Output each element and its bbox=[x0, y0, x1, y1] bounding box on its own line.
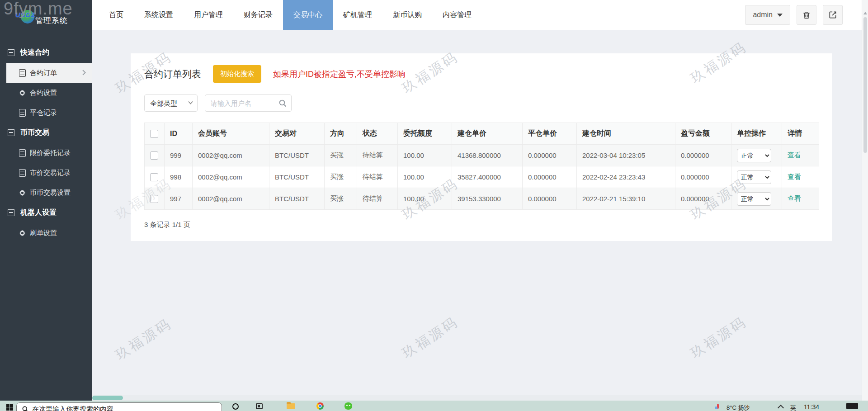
cell-account: 0002@qq.com bbox=[193, 145, 269, 166]
cell-open-time: 2022-03-04 10:23:05 bbox=[577, 145, 675, 166]
init-search-button[interactable]: 初始化搜索 bbox=[213, 65, 261, 83]
col-header-open-time: 建仓时间 bbox=[577, 123, 675, 145]
cell-direction: 买涨 bbox=[325, 166, 357, 188]
table-header-row: ID 会员账号 交易对 方向 状态 委托额度 建仓单价 平仓单价 建仓时间 盈亏… bbox=[145, 123, 819, 145]
control-select[interactable]: 正常 bbox=[737, 149, 771, 162]
cell-direction: 买涨 bbox=[325, 145, 357, 166]
taskbar-search-box[interactable]: 在这里输入你要搜索的内容 bbox=[16, 402, 222, 411]
orders-table: ID 会员账号 交易对 方向 状态 委托额度 建仓单价 平仓单价 建仓时间 盈亏… bbox=[144, 123, 819, 210]
sidebar: 快速合约 合约订单 合约设置 平仓记录 币币交易 限价委托记录 市价交易记录 bbox=[0, 30, 92, 401]
cell-pair: BTC/USDT bbox=[269, 188, 325, 210]
cortana-icon[interactable] bbox=[232, 403, 239, 410]
sidebar-section-title-robot-settings[interactable]: 机器人设置 bbox=[0, 203, 92, 223]
header-controls: admin bbox=[745, 5, 843, 25]
username-input[interactable] bbox=[205, 99, 279, 107]
col-header-close-price: 平仓单价 bbox=[523, 123, 577, 145]
sidebar-item-limit-order-records[interactable]: 限价委托记录 bbox=[0, 143, 92, 163]
tray-language-indicator[interactable]: 英 bbox=[790, 404, 796, 411]
page-title: 合约订单列表 bbox=[144, 68, 201, 80]
vertical-scrollbar[interactable] bbox=[862, 0, 868, 401]
list-icon bbox=[19, 109, 26, 117]
clear-cache-button[interactable] bbox=[797, 5, 816, 25]
cell-direction: 买涨 bbox=[325, 188, 357, 210]
site-watermark: 9fym.me bbox=[4, 0, 73, 19]
select-all-checkbox[interactable] bbox=[150, 130, 158, 138]
scroll-up-arrow-icon[interactable] bbox=[863, 12, 867, 14]
cell-pnl: 0.000000 bbox=[675, 166, 731, 188]
cell-pair: BTC/USDT bbox=[269, 145, 325, 166]
caret-down-icon bbox=[777, 14, 783, 17]
col-header-amount: 委托额度 bbox=[398, 123, 452, 145]
windows-taskbar: 在这里输入你要搜索的内容 8°C 扬沙 英 11:34 bbox=[0, 401, 868, 411]
sidebar-item-label: 限价委托记录 bbox=[30, 149, 71, 157]
row-checkbox[interactable] bbox=[150, 195, 158, 203]
control-select[interactable]: 正常 bbox=[737, 192, 771, 206]
tray-weather-text[interactable]: 8°C 扬沙 bbox=[726, 404, 750, 411]
sidebar-item-label: 市价交易记录 bbox=[30, 169, 71, 177]
nav-item-user-management[interactable]: 用户管理 bbox=[184, 0, 233, 30]
card-header: 合约订单列表 初始化搜索 如果用户ID被指定盈亏,不受单控影响 bbox=[144, 65, 819, 83]
wechat-icon[interactable] bbox=[344, 402, 352, 410]
cell-open-price: 41368.800000 bbox=[452, 145, 523, 166]
horizontal-scrollbar[interactable] bbox=[92, 395, 862, 401]
col-header-detail: 详情 bbox=[782, 123, 819, 145]
cell-pair: BTC/USDT bbox=[269, 166, 325, 188]
file-explorer-icon[interactable] bbox=[287, 403, 295, 409]
filter-row: 全部类型 bbox=[144, 94, 819, 112]
sidebar-section-title-coin-trade[interactable]: 币币交易 bbox=[0, 123, 92, 143]
cell-status: 待结算 bbox=[357, 166, 398, 188]
sidebar-item-market-trade-records[interactable]: 市价交易记录 bbox=[0, 163, 92, 183]
collapse-icon bbox=[8, 49, 14, 56]
col-header-pair: 交易对 bbox=[269, 123, 325, 145]
orders-card: 合约订单列表 初始化搜索 如果用户ID被指定盈亏,不受单控影响 全部类型 bbox=[131, 53, 832, 241]
logout-button[interactable] bbox=[823, 5, 843, 25]
sidebar-item-label: 合约订单 bbox=[30, 69, 57, 77]
type-select[interactable]: 全部类型 bbox=[144, 94, 198, 112]
task-view-icon[interactable] bbox=[256, 403, 263, 409]
nav-item-system-settings[interactable]: 系统设置 bbox=[134, 0, 184, 30]
col-header-direction: 方向 bbox=[325, 123, 357, 145]
view-detail-link[interactable]: 查看 bbox=[788, 173, 801, 180]
gear-icon bbox=[19, 90, 26, 96]
row-checkbox[interactable] bbox=[150, 151, 158, 160]
sidebar-item-close-position-records[interactable]: 平仓记录 bbox=[0, 103, 92, 123]
nav-item-trade-center[interactable]: 交易中心 bbox=[283, 0, 333, 30]
weather-icon[interactable] bbox=[717, 404, 719, 409]
view-detail-link[interactable]: 查看 bbox=[788, 194, 801, 202]
search-icon[interactable] bbox=[279, 99, 287, 107]
cell-status: 待结算 bbox=[357, 145, 398, 166]
cell-close-price: 0.000000 bbox=[523, 145, 577, 166]
view-detail-link[interactable]: 查看 bbox=[788, 151, 801, 159]
row-checkbox[interactable] bbox=[150, 173, 158, 181]
table-row: 997 0002@qq.com BTC/USDT 买涨 待结算 100.00 3… bbox=[145, 188, 819, 210]
section-title-label: 快速合约 bbox=[20, 48, 49, 57]
nav-item-content-management[interactable]: 内容管理 bbox=[432, 0, 482, 30]
gear-icon bbox=[19, 230, 26, 236]
taskbar-search-placeholder: 在这里输入你要搜索的内容 bbox=[32, 405, 113, 411]
sidebar-item-coin-trade-settings[interactable]: 币币交易设置 bbox=[0, 183, 92, 203]
tray-expand-icon[interactable] bbox=[778, 405, 784, 411]
vertical-scroll-thumb[interactable] bbox=[863, 17, 867, 153]
sidebar-item-contract-settings[interactable]: 合约设置 bbox=[0, 83, 92, 103]
sidebar-section-robot-settings: 机器人设置 刷单设置 bbox=[0, 203, 92, 243]
nav-item-new-coin[interactable]: 新币认购 bbox=[382, 0, 432, 30]
cell-pnl: 0.000000 bbox=[675, 188, 731, 210]
chrome-icon[interactable] bbox=[316, 402, 324, 410]
tray-dark-button[interactable] bbox=[846, 403, 858, 409]
start-button[interactable] bbox=[6, 404, 13, 411]
nav-item-finance-records[interactable]: 财务记录 bbox=[233, 0, 283, 30]
cell-amount: 100.00 bbox=[398, 145, 452, 166]
sidebar-item-brush-order-settings[interactable]: 刷单设置 bbox=[0, 223, 92, 243]
admin-menu-button[interactable]: admin bbox=[745, 5, 790, 25]
cell-open-time: 2022-02-24 23:23:43 bbox=[577, 166, 675, 188]
horizontal-scroll-thumb[interactable] bbox=[92, 396, 123, 400]
sidebar-section-title-quick-contract[interactable]: 快速合约 bbox=[0, 43, 92, 63]
tray-clock[interactable]: 11:34 bbox=[804, 403, 819, 411]
sidebar-item-contract-orders[interactable]: 合约订单 bbox=[6, 63, 92, 83]
col-header-pnl: 盈亏金额 bbox=[675, 123, 731, 145]
nav-item-miner-management[interactable]: 矿机管理 bbox=[333, 0, 382, 30]
nav-item-home[interactable]: 首页 bbox=[99, 0, 134, 30]
control-select[interactable]: 正常 bbox=[737, 170, 771, 184]
collapse-icon bbox=[8, 209, 14, 216]
section-title-label: 币币交易 bbox=[20, 128, 49, 137]
